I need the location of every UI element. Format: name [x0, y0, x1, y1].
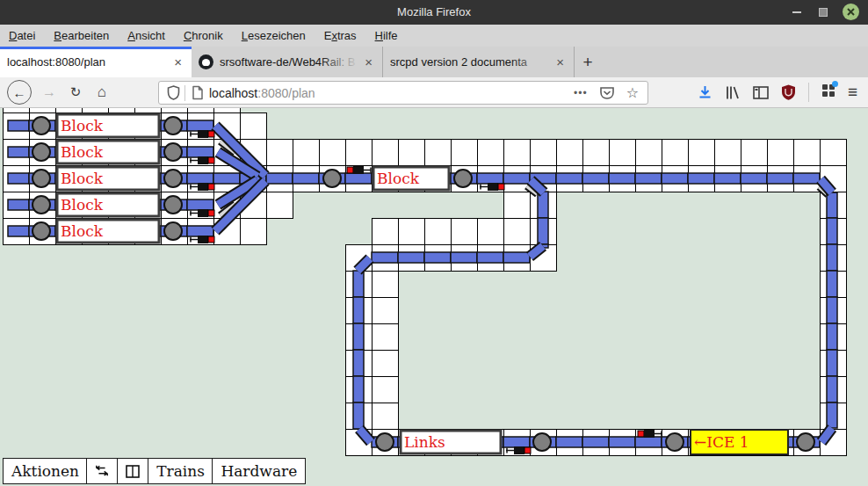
- plan-tile[interactable]: [187, 108, 213, 112]
- contact[interactable]: [33, 117, 50, 134]
- train-label[interactable]: ←ICE 1: [694, 433, 749, 451]
- track-segment[interactable]: [827, 192, 837, 218]
- contact[interactable]: [164, 117, 182, 134]
- plan-tile[interactable]: [635, 139, 662, 165]
- track-segment[interactable]: [372, 252, 398, 263]
- track-segment[interactable]: [353, 271, 364, 297]
- signal[interactable]: [198, 183, 208, 191]
- plan-tile[interactable]: [372, 218, 398, 244]
- track-segment[interactable]: [266, 173, 293, 184]
- contact[interactable]: [33, 170, 50, 187]
- tab-close-icon[interactable]: ×: [553, 54, 567, 69]
- signal[interactable]: [353, 166, 364, 174]
- block-label[interactable]: Block: [61, 222, 104, 240]
- plan-tile[interactable]: [662, 139, 688, 165]
- signal-lamp[interactable]: [347, 167, 353, 173]
- track-segment[interactable]: [827, 350, 837, 376]
- menu-item-chronik[interactable]: Chronik: [184, 29, 223, 42]
- plan-tile[interactable]: [161, 108, 187, 112]
- track-segment[interactable]: [353, 297, 364, 323]
- plan-tile[interactable]: [108, 108, 134, 112]
- plan-tile[interactable]: [530, 139, 556, 165]
- plan-tile[interactable]: [372, 139, 398, 165]
- track-segment[interactable]: [503, 437, 530, 447]
- plan-tile[interactable]: [556, 139, 582, 165]
- track-segment[interactable]: [353, 323, 364, 350]
- track-segment[interactable]: [477, 173, 503, 184]
- plan-tile[interactable]: [451, 139, 477, 165]
- contact[interactable]: [533, 433, 551, 451]
- forward-button[interactable]: →: [39, 77, 60, 107]
- track-segment[interactable]: [827, 244, 837, 271]
- menu-item-lesezeichen[interactable]: Lesezeichen: [242, 29, 306, 42]
- plan-tile[interactable]: [240, 218, 266, 244]
- signal[interactable]: [198, 209, 208, 217]
- plan-tile[interactable]: [477, 139, 503, 165]
- menu-item-hilfe[interactable]: Hilfe: [375, 29, 398, 42]
- contact[interactable]: [376, 433, 394, 451]
- plan-tile[interactable]: [424, 218, 451, 244]
- contact[interactable]: [454, 170, 472, 187]
- track-segment[interactable]: [827, 376, 837, 403]
- track-segment[interactable]: [793, 173, 820, 184]
- menu-item-bearbeiten[interactable]: Bearbeiten: [54, 29, 109, 42]
- track-segment[interactable]: [635, 437, 662, 447]
- plan-tile[interactable]: [372, 403, 398, 429]
- track-segment[interactable]: [187, 147, 213, 157]
- signal-lamp[interactable]: [208, 210, 214, 216]
- track-segment[interactable]: [609, 437, 635, 447]
- track-segment[interactable]: [556, 173, 582, 184]
- signal[interactable]: [198, 236, 208, 243]
- block-label[interactable]: Block: [61, 143, 104, 161]
- plan-tile[interactable]: [503, 192, 530, 218]
- shift-arrows-button[interactable]: [86, 458, 118, 484]
- page-icon[interactable]: [192, 85, 204, 100]
- track-segment[interactable]: [353, 350, 364, 376]
- track-segment[interactable]: [635, 173, 662, 184]
- minimize-button[interactable]: [789, 4, 805, 20]
- back-button[interactable]: ←: [7, 77, 32, 107]
- plan-tile[interactable]: [477, 218, 503, 244]
- new-tab-button[interactable]: +: [575, 47, 601, 77]
- plan-tile[interactable]: [29, 108, 55, 112]
- plan-tile[interactable]: [398, 218, 424, 244]
- track-segment[interactable]: [8, 120, 29, 131]
- library-icon[interactable]: [725, 85, 741, 100]
- signal-lamp[interactable]: [208, 131, 214, 137]
- plan-tile[interactable]: [3, 108, 29, 112]
- contact[interactable]: [33, 143, 50, 161]
- track-segment[interactable]: [293, 173, 319, 184]
- tab-3[interactable]: srcpd version 2 documenta×: [383, 47, 575, 77]
- block-label[interactable]: Block: [61, 117, 104, 134]
- block-label[interactable]: Block: [61, 196, 104, 214]
- trains-button[interactable]: Trains: [148, 458, 213, 484]
- signal[interactable]: [514, 446, 524, 454]
- track-segment[interactable]: [556, 437, 582, 447]
- sidebar-icon[interactable]: [753, 86, 769, 99]
- block-label[interactable]: Block: [61, 170, 104, 187]
- plan-tile[interactable]: [503, 139, 530, 165]
- track-segment[interactable]: [582, 173, 609, 184]
- contact[interactable]: [666, 433, 684, 451]
- split-view-button[interactable]: [117, 458, 149, 484]
- signal-lamp[interactable]: [638, 431, 644, 437]
- plan-tile[interactable]: [82, 108, 108, 112]
- track-segment[interactable]: [345, 173, 372, 184]
- track-segment[interactable]: [714, 173, 741, 184]
- signal[interactable]: [488, 183, 498, 191]
- track-segment[interactable]: [213, 173, 240, 184]
- track-segment[interactable]: [827, 403, 837, 428]
- track-segment[interactable]: [8, 199, 29, 210]
- plan-tile[interactable]: [582, 139, 609, 165]
- plan-tile[interactable]: [372, 350, 398, 376]
- tab-1[interactable]: localhost:8080/plan×: [0, 47, 192, 77]
- menu-item-extras[interactable]: Extras: [324, 29, 357, 42]
- reload-button[interactable]: ↻: [65, 77, 86, 107]
- bookmark-star-icon[interactable]: ☆: [626, 84, 639, 101]
- plan-tile[interactable]: [319, 139, 345, 165]
- signal[interactable]: [198, 130, 208, 138]
- contact[interactable]: [164, 196, 182, 214]
- contact[interactable]: [33, 222, 50, 240]
- track-segment[interactable]: [582, 437, 609, 447]
- plan-tile[interactable]: [609, 139, 635, 165]
